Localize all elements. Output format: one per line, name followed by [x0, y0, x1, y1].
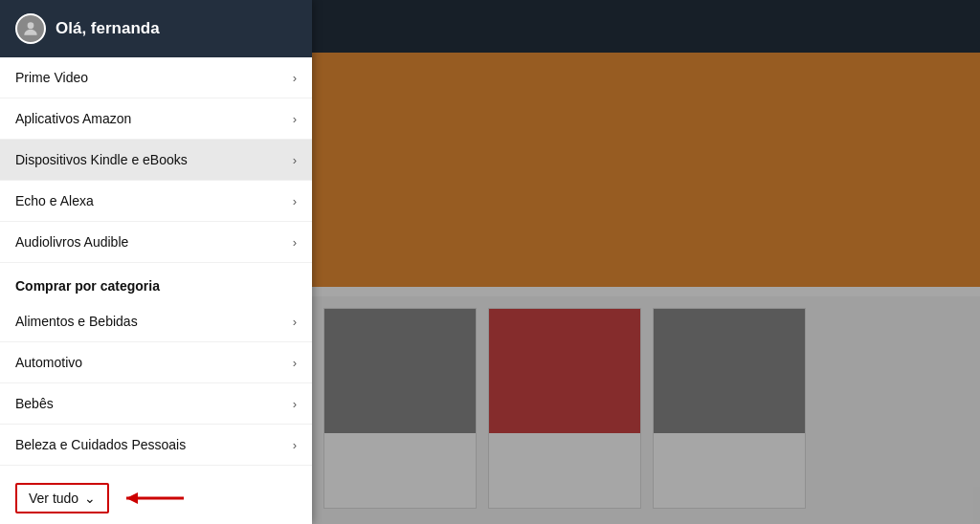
menu-item-alimentos-bebidas-label: Alimentos e Bebidas [15, 314, 138, 329]
sidebar-header: Olá, fernanda [0, 0, 312, 57]
menu-item-echo-alexa-label: Echo e Alexa [15, 193, 94, 208]
chevron-down-icon: ⌄ [84, 491, 96, 506]
bg-overlay [312, 0, 980, 524]
menu-item-beleza-cuidados[interactable]: Beleza e Cuidados Pessoais › [0, 425, 312, 466]
chevron-right-icon: › [293, 438, 297, 452]
avatar [15, 13, 46, 44]
chevron-right-icon: › [293, 397, 297, 411]
chevron-right-icon: › [293, 153, 297, 167]
chevron-right-icon: › [293, 194, 297, 208]
menu-item-audiolivros-audible-label: Audiolivros Audible [15, 234, 128, 250]
red-arrow-indicator [117, 487, 193, 510]
menu-item-alimentos-bebidas[interactable]: Alimentos e Bebidas › [0, 301, 312, 342]
chevron-right-icon: › [293, 71, 297, 85]
menu-item-automotivo-label: Automotivo [15, 355, 82, 370]
sidebar-greeting: Olá, fernanda [56, 19, 160, 38]
svg-point-0 [28, 22, 34, 29]
chevron-right-icon: › [293, 235, 297, 250]
menu-item-automotivo[interactable]: Automotivo › [0, 342, 312, 383]
chevron-right-icon: › [293, 315, 297, 329]
chevron-right-icon: › [293, 112, 297, 126]
menu-item-echo-alexa[interactable]: Echo e Alexa › [0, 181, 312, 222]
chevron-right-icon: › [293, 356, 297, 370]
ver-tudo-container: Ver tudo ⌄ [0, 466, 312, 524]
menu-item-dispositivos-kindle-label: Dispositivos Kindle e eBooks [15, 152, 188, 167]
ver-tudo-label: Ver tudo [29, 491, 78, 506]
menu-item-dispositivos-kindle[interactable]: Dispositivos Kindle e eBooks › [0, 140, 312, 181]
menu-item-aplicativos-amazon[interactable]: Aplicativos Amazon › [0, 98, 312, 140]
menu-item-prime-video[interactable]: Prime Video › [0, 57, 312, 98]
menu-item-beleza-cuidados-label: Beleza e Cuidados Pessoais [15, 437, 186, 452]
ver-tudo-row: Ver tudo ⌄ [15, 475, 297, 521]
menu-item-audiolivros-audible[interactable]: Audiolivros Audible › [0, 222, 312, 263]
menu-item-aplicativos-amazon-label: Aplicativos Amazon [15, 111, 131, 126]
ver-tudo-button[interactable]: Ver tudo ⌄ [15, 483, 109, 513]
svg-marker-2 [126, 492, 138, 504]
menu-item-bebes[interactable]: Bebês › [0, 383, 312, 425]
menu-item-prime-video-label: Prime Video [15, 70, 88, 85]
sidebar: Olá, fernanda Prime Video › Aplicativos … [0, 0, 312, 524]
menu-item-bebes-label: Bebês [15, 396, 54, 411]
section-comprar-title: Comprar por categoria [0, 263, 312, 301]
